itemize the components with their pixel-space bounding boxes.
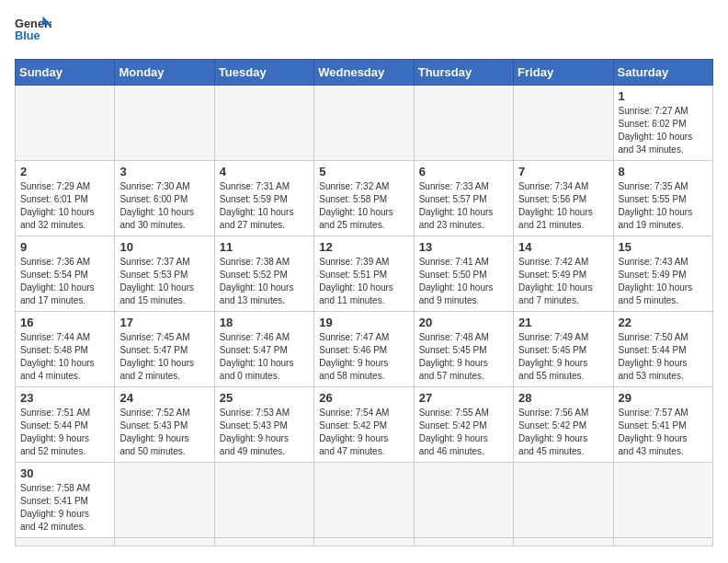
calendar-day: 14Sunrise: 7:42 AMSunset: 5:49 PMDayligh… [514, 236, 613, 312]
day-number: 22 [619, 316, 708, 329]
day-info: Sunrise: 7:32 AMSunset: 5:58 PMDaylight:… [319, 180, 408, 232]
calendar-day: 8Sunrise: 7:35 AMSunset: 5:55 PMDaylight… [613, 161, 712, 236]
day-number: 21 [518, 316, 608, 329]
day-number: 11 [220, 240, 309, 254]
weekday-header-saturday: Saturday [613, 60, 712, 86]
day-info: Sunrise: 7:52 AMSunset: 5:43 PMDaylight:… [119, 407, 209, 458]
day-info: Sunrise: 7:30 AMSunset: 6:00 PMDaylight:… [119, 180, 209, 232]
weekday-header-sunday: Sunday [16, 60, 115, 86]
day-number: 6 [419, 165, 508, 178]
weekday-header-row: SundayMondayTuesdayWednesdayThursdayFrid… [16, 60, 713, 86]
day-info: Sunrise: 7:57 AMSunset: 5:41 PMDaylight:… [619, 407, 708, 458]
calendar-day: 27Sunrise: 7:55 AMSunset: 5:42 PMDayligh… [414, 387, 513, 463]
calendar-week-row: 23Sunrise: 7:51 AMSunset: 5:44 PMDayligh… [16, 387, 713, 463]
day-number: 2 [20, 165, 109, 178]
day-number: 30 [20, 466, 109, 480]
day-info: Sunrise: 7:36 AMSunset: 5:54 PMDaylight:… [20, 256, 109, 307]
day-number: 28 [518, 391, 608, 405]
day-number: 9 [20, 240, 109, 254]
day-info: Sunrise: 7:54 AMSunset: 5:42 PMDaylight:… [319, 407, 408, 458]
day-info: Sunrise: 7:31 AMSunset: 5:59 PMDaylight:… [220, 180, 309, 232]
day-info: Sunrise: 7:47 AMSunset: 5:46 PMDaylight:… [319, 331, 408, 383]
calendar-day [314, 463, 414, 538]
calendar-day: 24Sunrise: 7:52 AMSunset: 5:43 PMDayligh… [115, 387, 214, 463]
day-info: Sunrise: 7:49 AMSunset: 5:45 PMDaylight:… [518, 331, 608, 383]
calendar-day: 26Sunrise: 7:54 AMSunset: 5:42 PMDayligh… [314, 387, 414, 463]
day-number: 17 [119, 316, 209, 329]
calendar-day: 11Sunrise: 7:38 AMSunset: 5:52 PMDayligh… [214, 236, 313, 312]
day-info: Sunrise: 7:46 AMSunset: 5:47 PMDaylight:… [220, 331, 309, 383]
calendar-day: 10Sunrise: 7:37 AMSunset: 5:53 PMDayligh… [115, 236, 214, 312]
calendar-day: 7Sunrise: 7:34 AMSunset: 5:56 PMDaylight… [514, 161, 613, 236]
calendar-day [314, 538, 414, 546]
day-info: Sunrise: 7:37 AMSunset: 5:53 PMDaylight:… [119, 256, 209, 307]
svg-text:Blue: Blue [15, 29, 40, 42]
day-info: Sunrise: 7:48 AMSunset: 5:45 PMDaylight:… [419, 331, 508, 383]
calendar-day [214, 86, 313, 161]
calendar-day: 12Sunrise: 7:39 AMSunset: 5:51 PMDayligh… [314, 236, 414, 312]
calendar-day [514, 86, 613, 161]
calendar-day: 20Sunrise: 7:48 AMSunset: 5:45 PMDayligh… [414, 312, 513, 387]
calendar-week-row [16, 538, 713, 546]
calendar-day [115, 463, 214, 538]
weekday-header-tuesday: Tuesday [214, 60, 313, 86]
day-info: Sunrise: 7:38 AMSunset: 5:52 PMDaylight:… [220, 256, 309, 307]
day-info: Sunrise: 7:56 AMSunset: 5:42 PMDaylight:… [518, 407, 608, 458]
day-number: 14 [518, 240, 608, 254]
weekday-header-wednesday: Wednesday [314, 60, 414, 86]
calendar-day: 3Sunrise: 7:30 AMSunset: 6:00 PMDaylight… [115, 161, 214, 236]
calendar-week-row: 2Sunrise: 7:29 AMSunset: 6:01 PMDaylight… [16, 161, 713, 236]
day-number: 12 [319, 240, 408, 254]
day-number: 5 [319, 165, 408, 178]
day-number: 27 [419, 391, 508, 405]
day-info: Sunrise: 7:50 AMSunset: 5:44 PMDaylight:… [619, 331, 708, 383]
calendar-day [514, 463, 613, 538]
day-number: 18 [220, 316, 309, 329]
day-info: Sunrise: 7:53 AMSunset: 5:43 PMDaylight:… [220, 407, 309, 458]
calendar-day: 17Sunrise: 7:45 AMSunset: 5:47 PMDayligh… [115, 312, 214, 387]
calendar-day: 22Sunrise: 7:50 AMSunset: 5:44 PMDayligh… [613, 312, 712, 387]
calendar-day [115, 538, 214, 546]
logo-icon: General Blue [15, 15, 51, 48]
day-number: 25 [220, 391, 309, 405]
calendar-day [414, 86, 513, 161]
day-number: 29 [619, 391, 708, 405]
day-number: 4 [220, 165, 309, 178]
day-info: Sunrise: 7:39 AMSunset: 5:51 PMDaylight:… [319, 256, 408, 307]
weekday-header-friday: Friday [514, 60, 613, 86]
day-number: 10 [119, 240, 209, 254]
header: General Blue [15, 15, 713, 48]
calendar-day [613, 538, 712, 546]
day-number: 23 [20, 391, 109, 405]
day-info: Sunrise: 7:44 AMSunset: 5:48 PMDaylight:… [20, 331, 109, 383]
day-info: Sunrise: 7:43 AMSunset: 5:49 PMDaylight:… [619, 256, 708, 307]
day-number: 1 [619, 89, 708, 103]
day-number: 16 [20, 316, 109, 329]
calendar-day: 15Sunrise: 7:43 AMSunset: 5:49 PMDayligh… [613, 236, 712, 312]
day-number: 20 [419, 316, 508, 329]
calendar-day: 25Sunrise: 7:53 AMSunset: 5:43 PMDayligh… [214, 387, 313, 463]
calendar-day [514, 538, 613, 546]
day-info: Sunrise: 7:51 AMSunset: 5:44 PMDaylight:… [20, 407, 109, 458]
calendar-day [214, 463, 313, 538]
logo: General Blue [15, 15, 51, 48]
day-info: Sunrise: 7:33 AMSunset: 5:57 PMDaylight:… [419, 180, 508, 232]
day-info: Sunrise: 7:45 AMSunset: 5:47 PMDaylight:… [119, 331, 209, 383]
calendar-day: 5Sunrise: 7:32 AMSunset: 5:58 PMDaylight… [314, 161, 414, 236]
calendar: SundayMondayTuesdayWednesdayThursdayFrid… [15, 59, 713, 546]
calendar-week-row: 1Sunrise: 7:27 AMSunset: 6:02 PMDaylight… [16, 86, 713, 161]
calendar-day [414, 463, 513, 538]
day-info: Sunrise: 7:41 AMSunset: 5:50 PMDaylight:… [419, 256, 508, 307]
calendar-day: 4Sunrise: 7:31 AMSunset: 5:59 PMDaylight… [214, 161, 313, 236]
day-number: 7 [518, 165, 608, 178]
day-number: 3 [119, 165, 209, 178]
calendar-day: 29Sunrise: 7:57 AMSunset: 5:41 PMDayligh… [613, 387, 712, 463]
calendar-day: 1Sunrise: 7:27 AMSunset: 6:02 PMDaylight… [613, 86, 712, 161]
calendar-day: 13Sunrise: 7:41 AMSunset: 5:50 PMDayligh… [414, 236, 513, 312]
day-number: 15 [619, 240, 708, 254]
day-number: 8 [619, 165, 708, 178]
calendar-day [214, 538, 313, 546]
day-info: Sunrise: 7:34 AMSunset: 5:56 PMDaylight:… [518, 180, 608, 232]
calendar-day [16, 86, 115, 161]
calendar-day [414, 538, 513, 546]
